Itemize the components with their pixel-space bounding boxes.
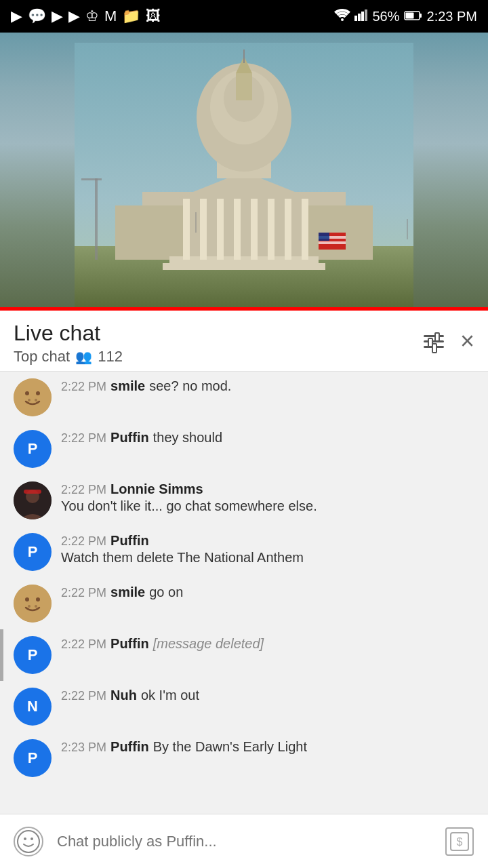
avatar bbox=[14, 481, 52, 519]
svg-point-42 bbox=[28, 399, 30, 401]
video-thumbnail bbox=[75, 43, 413, 307]
message-author: smile bbox=[110, 378, 145, 394]
message-text: see? no mod. bbox=[149, 378, 231, 394]
filter-icon bbox=[424, 335, 444, 348]
filter-line-2 bbox=[424, 340, 444, 342]
svg-point-51 bbox=[35, 605, 37, 608]
video-player[interactable] bbox=[0, 33, 488, 311]
filter-line-3 bbox=[424, 346, 444, 348]
svg-rect-21 bbox=[285, 199, 291, 260]
signal-icon bbox=[354, 9, 368, 24]
message-body: 2:22 PMsmilego on bbox=[61, 585, 474, 600]
message-body: 2:22 PMsmilesee? no mod. bbox=[61, 378, 474, 394]
chat-input[interactable] bbox=[57, 824, 431, 859]
message-text: [message deleted] bbox=[153, 636, 264, 652]
chat-message: N2:22 PMNuhok I'm out bbox=[0, 681, 488, 732]
message-author: Lonnie Simms bbox=[110, 481, 203, 497]
svg-rect-34 bbox=[407, 219, 408, 239]
message-text: they should bbox=[153, 430, 222, 446]
message-body: 2:22 PMPuffin[message deleted] bbox=[61, 636, 474, 652]
message-time: 2:22 PM bbox=[61, 534, 106, 549]
send-icon: $ bbox=[445, 827, 474, 856]
svg-point-41 bbox=[36, 391, 40, 395]
svg-rect-2 bbox=[358, 14, 361, 21]
top-chat-label: Top chat bbox=[14, 348, 70, 366]
chat-messages-list: 2:22 PMsmilesee? no mod.P2:22 PMPuffinth… bbox=[0, 372, 488, 784]
emoji-icon bbox=[14, 827, 43, 856]
message-body: 2:22 PMPuffinthey should bbox=[61, 430, 474, 446]
emoji-button[interactable] bbox=[11, 824, 46, 859]
message-time: 2:23 PM bbox=[61, 741, 106, 755]
svg-rect-6 bbox=[405, 12, 413, 18]
viewers-icon: 👥 bbox=[75, 349, 92, 365]
filter-line-1 bbox=[424, 335, 444, 337]
app-icon-7: 📁 bbox=[122, 7, 140, 25]
filter-button[interactable] bbox=[424, 335, 444, 348]
message-text: Watch them delete The National Anthem bbox=[61, 550, 474, 566]
svg-rect-3 bbox=[361, 12, 364, 21]
svg-point-40 bbox=[25, 391, 29, 395]
svg-point-49 bbox=[36, 597, 40, 601]
message-text: go on bbox=[149, 585, 183, 600]
avatar: P bbox=[14, 430, 52, 468]
svg-rect-17 bbox=[217, 199, 224, 260]
message-time: 2:22 PM bbox=[61, 483, 106, 497]
app-icon-1: ▶ bbox=[11, 7, 22, 25]
message-text: By the Dawn's Early Light bbox=[153, 739, 307, 755]
chat-title: Live chat bbox=[14, 321, 123, 345]
message-text: You don't like it... go chat somewhere e… bbox=[61, 498, 474, 514]
message-time: 2:22 PM bbox=[61, 689, 106, 703]
svg-rect-38 bbox=[319, 233, 329, 241]
chat-message: 2:22 PMsmilesee? no mod. bbox=[0, 372, 488, 423]
wifi-icon bbox=[334, 9, 350, 24]
svg-text:$: $ bbox=[457, 836, 463, 848]
avatar: N bbox=[14, 688, 52, 726]
message-author: Puffin bbox=[110, 739, 149, 755]
avatar bbox=[14, 585, 52, 623]
svg-point-53 bbox=[24, 837, 26, 840]
close-icon: × bbox=[460, 327, 474, 355]
send-message-button[interactable]: $ bbox=[442, 824, 477, 859]
message-body: 2:23 PMPuffinBy the Dawn's Early Light bbox=[61, 739, 474, 755]
chat-input-bar: $ bbox=[0, 814, 488, 868]
message-author: Puffin bbox=[110, 636, 149, 652]
svg-rect-18 bbox=[234, 199, 241, 260]
status-bar: ▶ 💬 ▶ ▶ ♔ M 📁 🖼 56% bbox=[0, 0, 488, 33]
app-icon-8: 🖼 bbox=[146, 7, 161, 25]
message-author: Nuh bbox=[110, 688, 137, 703]
message-body: 2:22 PMPuffinWatch them delete The Natio… bbox=[61, 533, 474, 566]
chat-message: 2:22 PMLonnie SimmsYou don't like it... … bbox=[0, 475, 488, 526]
svg-rect-4 bbox=[365, 9, 367, 21]
svg-rect-14 bbox=[163, 263, 325, 270]
svg-point-43 bbox=[35, 399, 37, 401]
chat-subline: Top chat 👥 112 bbox=[14, 348, 123, 366]
chat-message: 2:22 PMsmilego on bbox=[0, 578, 488, 629]
svg-point-39 bbox=[14, 378, 52, 416]
svg-point-47 bbox=[14, 585, 52, 623]
message-author: Puffin bbox=[110, 533, 149, 549]
svg-rect-37 bbox=[319, 241, 346, 244]
svg-rect-46 bbox=[24, 490, 41, 494]
chat-header-actions: × bbox=[424, 321, 474, 355]
status-icons-right: 56% 2:23 PM bbox=[334, 9, 477, 24]
svg-rect-19 bbox=[251, 199, 258, 260]
svg-rect-28 bbox=[236, 73, 252, 100]
chat-message: P2:23 PMPuffinBy the Dawn's Early Light bbox=[0, 732, 488, 784]
live-chat-panel: Live chat Top chat 👥 112 × bbox=[0, 311, 488, 784]
app-icon-6: M bbox=[104, 7, 117, 25]
svg-point-0 bbox=[341, 18, 344, 21]
close-chat-button[interactable]: × bbox=[460, 327, 474, 355]
svg-rect-1 bbox=[354, 16, 357, 21]
message-author: smile bbox=[110, 585, 145, 600]
svg-point-54 bbox=[30, 837, 33, 840]
svg-rect-20 bbox=[268, 199, 274, 260]
svg-rect-33 bbox=[195, 212, 197, 233]
message-body: 2:22 PMNuhok I'm out bbox=[61, 688, 474, 703]
chat-message: P2:22 PMPuffinWatch them delete The Nati… bbox=[0, 526, 488, 578]
chat-message: P2:22 PMPuffin[message deleted] bbox=[0, 629, 488, 681]
app-icon-3: ▶ bbox=[52, 7, 63, 25]
message-author: Puffin bbox=[110, 430, 149, 446]
message-body: 2:22 PMLonnie SimmsYou don't like it... … bbox=[61, 481, 474, 514]
message-time: 2:22 PM bbox=[61, 380, 106, 394]
avatar bbox=[14, 378, 52, 416]
